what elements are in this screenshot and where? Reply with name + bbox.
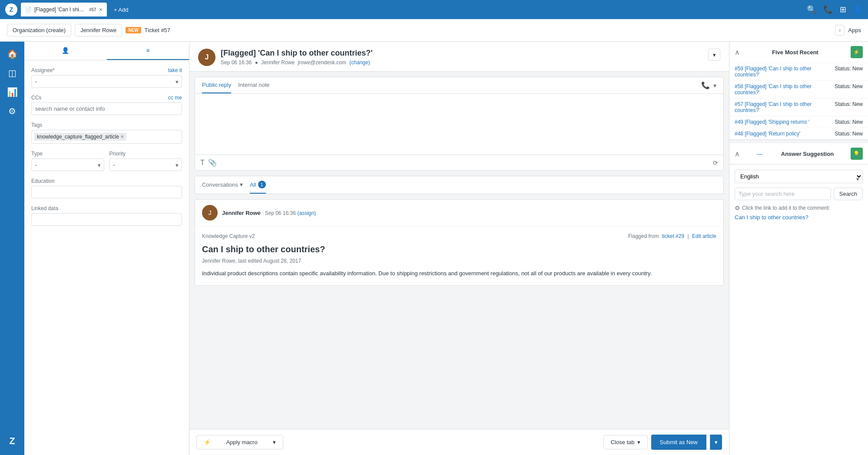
- properties-content: Assignee* take it - CCs cc me Ta: [24, 60, 189, 233]
- recent-item: #49 [Flagged] 'Shipping returns ' Status…: [729, 116, 868, 128]
- article-title: Can I ship to other countries?: [202, 244, 716, 254]
- reply-phone-icon[interactable]: 📞: [701, 81, 710, 89]
- navigate-arrow[interactable]: ›: [835, 25, 845, 36]
- msg-sender: Jennifer Rowe: [222, 210, 261, 216]
- recent-header[interactable]: ∧ Five Most Recent ⚡: [729, 42, 868, 63]
- close-tab-button[interactable]: Close tab ▾: [603, 435, 648, 449]
- macro-lightning-icon: ⚡: [204, 439, 211, 445]
- recent-item: #59 [Flagged] 'Can I ship to other count…: [729, 63, 868, 80]
- submit-button[interactable]: Submit as New: [651, 435, 706, 450]
- all-tab[interactable]: All 1: [250, 176, 265, 194]
- reply-more-icon[interactable]: ▾: [713, 82, 716, 89]
- tags-label: Tags: [31, 122, 182, 128]
- answer-header[interactable]: ∧ — Answer Suggestion 💡: [729, 143, 868, 165]
- tab-list[interactable]: ≡: [107, 42, 189, 60]
- breadcrumb-bar: Organization (create) Jennifer Rowe NEW …: [0, 19, 868, 42]
- conversations-tab[interactable]: Conversations ▾: [202, 177, 243, 193]
- recent-item: #58 [Flagged] 'Can I ship to other count…: [729, 80, 868, 98]
- nav-settings-icon[interactable]: ⚙: [3, 102, 21, 120]
- user-avatar-icon[interactable]: 👤: [853, 5, 863, 14]
- ticket-number: Ticket #57: [145, 27, 171, 33]
- edit-article-link[interactable]: Edit article: [692, 233, 716, 239]
- format-text-button[interactable]: T: [200, 159, 205, 167]
- message-block: J Jennifer Rowe Sep 06 16:36 (assign) Kn…: [195, 199, 724, 286]
- phone-icon[interactable]: 📞: [823, 5, 833, 14]
- assignee-label: Assignee*: [31, 67, 55, 73]
- cc-me-link[interactable]: cc me: [168, 95, 182, 101]
- msg-meta: Jennifer Rowe Sep 06 16:36 (assign): [222, 210, 316, 216]
- take-it-link[interactable]: take it: [168, 67, 182, 73]
- ccs-label-row: CCs cc me: [31, 95, 182, 101]
- education-input[interactable]: [31, 186, 182, 198]
- recent-action-button[interactable]: ⚡: [851, 46, 863, 58]
- recent-item: #48 [Flagged] 'Return policy' Status: Ne…: [729, 128, 868, 139]
- ccs-input[interactable]: [31, 102, 182, 115]
- recent-status-49: Status: New: [835, 119, 863, 125]
- education-field: Education: [31, 178, 182, 198]
- attach-button[interactable]: 📎: [208, 158, 217, 167]
- conv-tabs: Conversations ▾ All 1: [195, 176, 723, 194]
- ai-icon: ⟳: [713, 159, 718, 166]
- recent-collapse-icon[interactable]: ∧: [735, 48, 740, 56]
- internal-note-tab[interactable]: Internal note: [238, 77, 269, 93]
- msg-avatar: J: [202, 205, 218, 221]
- nav-tickets-icon[interactable]: ◫: [3, 64, 21, 82]
- answer-action-button[interactable]: 💡: [851, 148, 863, 160]
- reply-body[interactable]: [195, 94, 723, 155]
- search-icon[interactable]: 🔍: [807, 5, 816, 14]
- tab-person[interactable]: 👤: [24, 42, 107, 60]
- app-logo: Z: [5, 3, 17, 16]
- answer-collapse-icon[interactable]: ∧: [735, 150, 740, 158]
- assign-link[interactable]: (assign): [298, 210, 316, 216]
- add-tab-button[interactable]: + Add: [110, 5, 132, 15]
- answer-search-input[interactable]: [735, 188, 831, 200]
- ticket-dropdown-button[interactable]: ▾: [708, 49, 720, 61]
- org-create-button[interactable]: Organization (create): [7, 24, 71, 36]
- grid-icon[interactable]: ⊞: [840, 5, 846, 14]
- linked-data-input[interactable]: [31, 213, 182, 226]
- answer-search-button[interactable]: Search: [834, 188, 863, 200]
- tag-close-button[interactable]: ×: [121, 134, 124, 140]
- reply-area: Public reply Internal note 📞 ▾ T 📎 ⟳: [195, 77, 724, 171]
- priority-select[interactable]: -: [109, 158, 182, 171]
- assignee-select[interactable]: -: [31, 75, 182, 88]
- all-count-badge: 1: [258, 181, 266, 188]
- recent-ticket-link-58[interactable]: #58 [Flagged] 'Can I ship to other count…: [735, 83, 835, 96]
- tab-close-button[interactable]: ×: [99, 6, 103, 13]
- ccs-field: CCs cc me: [31, 95, 182, 115]
- education-label: Education: [31, 178, 182, 184]
- nav-reports-icon[interactable]: 📊: [3, 83, 21, 101]
- message-header: J Jennifer Rowe Sep 06 16:36 (assign): [195, 200, 723, 226]
- recent-ticket-link-57[interactable]: #57 [Flagged] 'Can I ship to other count…: [735, 101, 835, 113]
- active-tab[interactable]: 📄 [Flagged] 'Can I ship to o... #57 ×: [21, 3, 107, 16]
- recent-ticket-link-49[interactable]: #49 [Flagged] 'Shipping returns ': [735, 119, 835, 125]
- assignee-select-wrapper: -: [31, 75, 182, 88]
- answer-article-link[interactable]: Can I ship to other countries?: [735, 214, 863, 221]
- apps-button[interactable]: Apps: [848, 27, 861, 33]
- ai-assist-button[interactable]: ⟳: [713, 159, 718, 166]
- linked-data-field: Linked data: [31, 205, 182, 226]
- reply-toolbar: T 📎 ⟳: [195, 155, 723, 170]
- public-reply-tab[interactable]: Public reply: [202, 77, 231, 93]
- apply-macro-button[interactable]: ⚡ Apply macro ▾: [196, 435, 283, 449]
- tab-icon: 📄: [25, 7, 32, 13]
- nav-home-icon[interactable]: 🏠: [3, 45, 21, 63]
- recent-title: Five Most Recent: [772, 49, 818, 56]
- gear-hint-icon: ⚙: [735, 204, 740, 211]
- contact-button[interactable]: Jennifer Rowe: [75, 24, 122, 36]
- type-select[interactable]: -: [31, 158, 104, 171]
- type-priority-row: Type - Priority -: [31, 151, 182, 171]
- recent-ticket-link-59[interactable]: #59 [Flagged] 'Can I ship to other count…: [735, 66, 835, 78]
- ticket-link[interactable]: ticket #29: [662, 233, 684, 239]
- language-select[interactable]: English: [735, 170, 863, 183]
- recent-ticket-link-48[interactable]: #48 [Flagged] 'Return policy': [735, 131, 835, 137]
- article-meta: Jennifer Rowe, last edited August 28, 20…: [202, 258, 716, 264]
- macro-label: Apply macro: [226, 439, 257, 445]
- answer-title: Answer Suggestion: [781, 151, 834, 157]
- tab-title: [Flagged] 'Can I ship to o...: [34, 7, 86, 13]
- new-badge: NEW: [126, 27, 141, 33]
- ticket-title: [Flagged] 'Can I ship to other countries…: [221, 49, 703, 58]
- msg-time: Sep 06 16:36: [265, 210, 295, 216]
- change-link[interactable]: (change): [349, 59, 370, 66]
- submit-dropdown-button[interactable]: ▾: [710, 435, 722, 450]
